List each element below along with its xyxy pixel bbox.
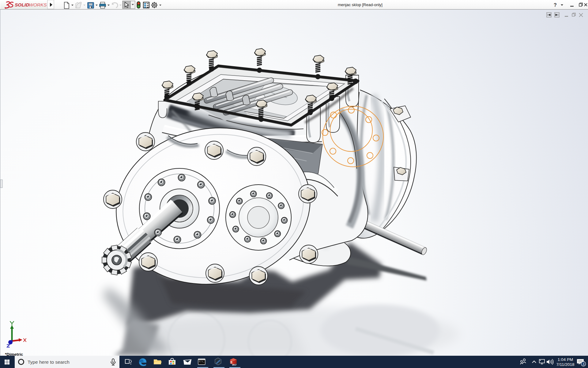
svg-text:SOLID: SOLID <box>15 2 29 7</box>
svg-text:Type here to search: Type here to search <box>28 359 70 365</box>
svg-text:2017: 2017 <box>232 364 237 366</box>
svg-text:?: ? <box>554 2 557 8</box>
svg-text:3: 3 <box>582 362 584 366</box>
svg-text:*Dimetric: *Dimetric <box>5 352 23 356</box>
svg-text:1:04 PM: 1:04 PM <box>558 357 573 362</box>
svg-text:WORKS: WORKS <box>29 2 47 7</box>
svg-text:C:\_: C:\_ <box>199 360 205 363</box>
svg-text:7/11/2018: 7/11/2018 <box>556 362 574 367</box>
